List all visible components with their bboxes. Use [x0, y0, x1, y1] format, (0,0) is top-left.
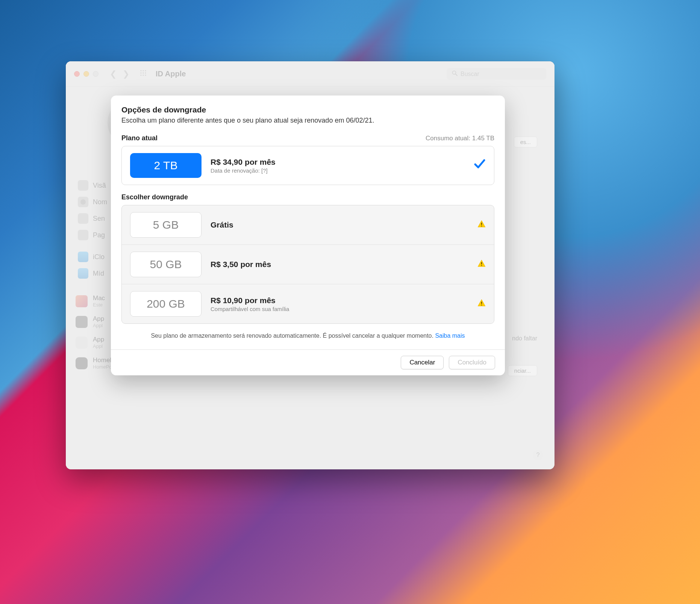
svg-rect-12	[481, 223, 482, 225]
plan-size-200gb: 200 GB	[130, 291, 202, 317]
plan-option-5gb[interactable]: 5 GB Grátis	[122, 205, 494, 245]
svg-rect-14	[481, 262, 482, 264]
warning-icon	[477, 299, 486, 309]
warning-icon	[477, 220, 486, 230]
modal-footer: Cancelar Concluído	[111, 349, 505, 375]
plan-size-50gb: 50 GB	[130, 252, 202, 277]
renewal-disclaimer: Seu plano de armazenamento será renovado…	[144, 331, 472, 340]
cancel-button[interactable]: Cancelar	[401, 356, 444, 369]
current-plan-label: Plano atual	[121, 134, 158, 142]
svg-rect-13	[481, 226, 482, 226]
plan-size-5gb: 5 GB	[130, 212, 202, 238]
usage-label: Consumo atual: 1.45 TB	[426, 135, 494, 142]
svg-rect-15	[481, 265, 482, 266]
plan-option-200gb[interactable]: 200 GB R$ 10,90 por mês Compartilhável c…	[122, 284, 494, 323]
downgrade-modal: Opções de downgrade Escolha um plano dif…	[111, 96, 505, 375]
plan-option-50gb[interactable]: 50 GB R$ 3,50 por mês	[122, 245, 494, 284]
modal-title: Opções de downgrade	[121, 105, 494, 114]
plan-renewal-note: Data de renovação: [?]	[211, 167, 465, 174]
modal-subtitle: Escolha um plano diferente antes que o s…	[121, 117, 494, 124]
done-button: Concluído	[449, 356, 495, 369]
warning-icon	[477, 259, 486, 270]
checkmark-icon	[474, 158, 486, 173]
learn-more-link[interactable]: Saiba mais	[435, 332, 465, 339]
svg-rect-17	[481, 305, 482, 305]
downgrade-list: 5 GB Grátis 50 GB R$ 3,50 por mês 200 GB…	[121, 205, 494, 324]
current-plan-card[interactable]: 2 TB R$ 34,90 por mês Data de renovação:…	[121, 146, 494, 185]
plan-price: R$ 34,90 por mês	[211, 158, 465, 167]
choose-downgrade-label: Escolher downgrade	[121, 193, 494, 201]
plan-size-2tb: 2 TB	[130, 153, 202, 178]
svg-rect-16	[481, 302, 482, 304]
